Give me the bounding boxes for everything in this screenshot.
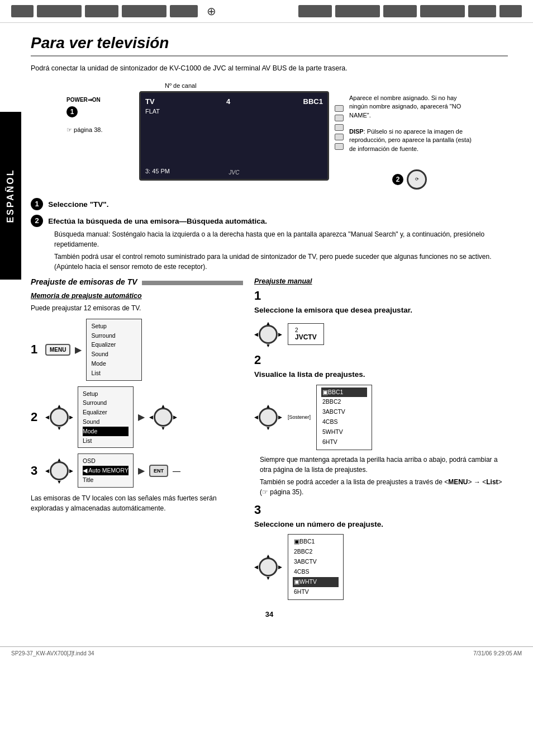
bullet-1: Búsqueda manual: Sosténgalo hacia la izq… (54, 229, 508, 249)
menu-step-1: 1 MENU ▶ Setup Surround Equalizer Sound … (31, 319, 243, 381)
tv-btn-1[interactable] (335, 105, 344, 112)
page-title: Para ver televisión (31, 34, 508, 56)
tv-row-wrapper: POWER⇒ON 1 ☞ página 38. TV 4BBC1 FLAT 3:… (66, 91, 472, 181)
right-arr-right-2: ▶ (278, 414, 282, 420)
main-content: Para ver televisión Podrá conectar la un… (0, 23, 533, 635)
tv-screen: TV 4BBC1 FLAT 3: 45 PM JVC (139, 91, 329, 181)
right-knob-3: ▲ ▼ ◀ ▶ (254, 553, 282, 581)
menu-item-2-sound: Sound (83, 418, 99, 425)
tv-btn-4[interactable] (335, 134, 344, 140)
callout-right-1: Aparece el nombre asignado. Si no hay ni… (349, 94, 472, 120)
preset-item-2-3: 3ABCTV (293, 557, 339, 567)
knob-2-inner: ⟳ (415, 177, 419, 182)
right-step-3-text: Seleccione un número de preajuste. (254, 519, 508, 530)
ent-button[interactable]: ENT (149, 465, 168, 477)
step-1-text: Seleccione "TV". (48, 200, 108, 208)
lower-section: Preajuste de emisoras de TV Memoria de p… (31, 277, 508, 604)
menu-item-2-list: List (83, 437, 92, 444)
step-2-text: Efectúa la búsqueda de una emisora—Búsqu… (48, 216, 267, 225)
tv-logo: JVC (229, 169, 240, 176)
menu-item-list: List (91, 370, 100, 376)
tv-btn-3[interactable] (335, 124, 344, 131)
step-2-circle: 2 (31, 215, 43, 227)
right-col: Preajuste manual 1 Seleccione la emisora… (254, 277, 508, 604)
right-knob-2: ▲ ▼ ◀ ▶ (254, 403, 282, 431)
menu-item-mode: Mode (91, 360, 106, 367)
right-diagram-3: ▲ ▼ ◀ ▶ ▣BBC1 2BBC2 3ABCTV 4CBS ▣WHTV 6H… (254, 534, 508, 599)
right-step-2-text: Visualice la lista de preajustes. (254, 370, 508, 380)
channel-display-1: 2 JVCTV (288, 323, 324, 345)
tv-btn-5[interactable] (335, 143, 344, 150)
menu-step-3-num: 3 (31, 464, 41, 478)
page-ref-label: ☞ página 38. (66, 126, 134, 134)
right-bullet-2: También se podrá acceder a la lista de p… (260, 477, 508, 497)
arrow-right-3: ▶ (138, 465, 145, 476)
knob-step3: ▲ ▼ ◀ ▶ (45, 457, 73, 485)
preset-item-2-2: 2BBC2 (293, 547, 339, 557)
menu-item-3-title: Title (83, 476, 93, 483)
bullet-2: También podrá usar el control remoto sum… (54, 252, 508, 272)
header-box-2 (37, 5, 82, 17)
preset-item-1-6: 6HTV (321, 437, 367, 447)
preset-item-1-5: 5WHTV (321, 427, 367, 437)
disp-label: DISP (349, 128, 364, 135)
menu-step-2: 2 ▲ ▼ ◀ ▶ Setup Surround Equalizer Sound… (31, 386, 243, 448)
callout-right-2: DISP: Púlselo si no aparece la imagen de… (349, 127, 472, 153)
tv-mode-label: TV (145, 97, 155, 106)
sostener-text: [Sostener] (288, 414, 311, 420)
header-strip: ⊕ (0, 0, 533, 23)
knob-step2-right: ▲ ▼ ◀ ▶ (149, 403, 177, 431)
header-box-8 (383, 5, 417, 17)
power-label: POWER⇒ON (66, 97, 134, 103)
channel-name: JVCTV (295, 333, 317, 341)
arrow-left-icon-3: ◀ (45, 468, 49, 474)
knob-circle-3 (50, 461, 69, 480)
tv-btn-2[interactable] (335, 115, 344, 121)
left-col: Preajuste de emisoras de TV Memoria de p… (31, 277, 243, 604)
power-text: POWER⇒ON (66, 97, 101, 103)
right-knob-circle-2 (259, 408, 278, 427)
menu-step-1-num: 1 (31, 342, 41, 357)
menu-item-equalizer: Equalizer (91, 341, 116, 348)
right-arr-left-3: ◀ (254, 564, 258, 570)
preset-item-2-4: 4CBS (293, 567, 339, 577)
menu-item-setup: Setup (91, 323, 106, 329)
preset-item-1-1: ▣BBC1 (321, 388, 367, 398)
preset-item-2-1: ▣BBC1 (293, 537, 339, 547)
right-diagram-1: ▲ ▼ ◀ ▶ 2 JVCTV (254, 320, 508, 348)
auto-memory-text: Las emisoras de TV locales con las señal… (31, 493, 243, 513)
circle2-row: 2 ⟳ (392, 169, 427, 190)
right-step-2-num: 2 (254, 353, 508, 367)
tv-header-row: TV 4BBC1 (145, 97, 323, 106)
preset-item-2-5: ▣WHTV (293, 577, 339, 587)
menu-box-1: Setup Surround Equalizer Sound Mode List (86, 319, 142, 381)
header-box-10 (468, 5, 496, 17)
callout-right-1-text: Aparece el nombre asignado. Si no hay ni… (349, 94, 472, 120)
knob-circle-2b (154, 408, 173, 427)
step1-indicator: 1 (66, 106, 134, 117)
knob-2-icon: ⟳ (407, 169, 427, 190)
footer-left: SP29-37_KW-AVX700[J]f.indd 34 (11, 650, 94, 656)
header-box-7 (335, 5, 380, 17)
sostener-label: [Sostener] (288, 414, 311, 420)
step-2-detail: Búsqueda manual: Sosténgalo hacia la izq… (47, 229, 508, 272)
menu-item-2-mode: Mode (83, 427, 129, 436)
circle-2: 2 (392, 174, 403, 185)
tv-left-side: POWER⇒ON 1 ☞ página 38. (66, 91, 134, 134)
arrow-right-icon: ▶ (69, 414, 73, 420)
arrow-right-icon-2: ▶ (173, 414, 177, 420)
menu-button[interactable]: MENU (45, 344, 70, 356)
sidebar-text: ESPAÑOL (6, 168, 16, 223)
page-number: 34 (31, 610, 508, 618)
right-knob-1: ▲ ▼ ◀ ▶ (254, 320, 282, 348)
knob-step2-left: ▲ ▼ ◀ ▶ (45, 403, 73, 431)
right-arr-left-2: ◀ (254, 414, 258, 420)
no-canal-label: Nº de canal (165, 82, 197, 89)
step-1-block: 1 Seleccione "TV". (31, 198, 508, 210)
crosshair-icon: ⊕ (207, 4, 216, 18)
footer-right: 7/31/06 9:29:05 AM (473, 650, 522, 656)
header-box-4 (122, 5, 166, 17)
callout-right-2-text: : Púlselo si no aparece la imagen de rep… (349, 128, 472, 152)
section-bar (142, 281, 243, 285)
right-section-title: Preajuste manual (254, 277, 508, 285)
